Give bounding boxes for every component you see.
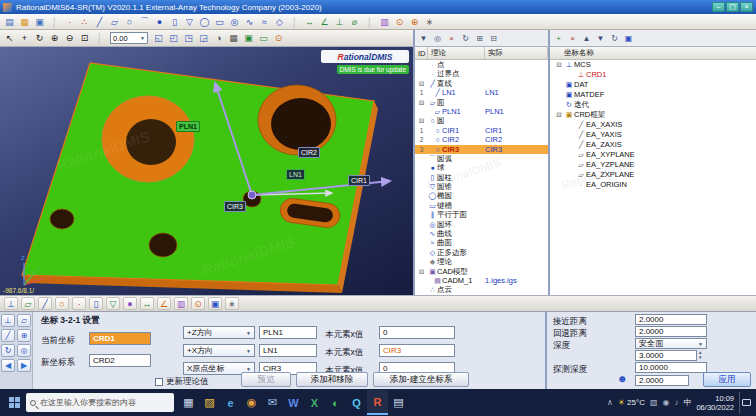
tab-plane-icon[interactable]: ▱ (21, 297, 35, 310)
z-direction-feature[interactable]: PLN1 (259, 326, 317, 339)
tree-expander[interactable]: ⊟ (415, 98, 428, 107)
tab-sphere-icon[interactable]: ● (123, 297, 137, 310)
view-front-icon[interactable]: ◱ (151, 32, 166, 45)
feature-tree-row[interactable]: 3 ○ CIR3 CIR3 (415, 145, 548, 154)
curve-feature-icon[interactable]: ∿ (242, 15, 257, 28)
polygon-feature-icon[interactable]: ◇ (272, 15, 287, 28)
zoom-out-icon[interactable]: ⊖ (62, 32, 77, 45)
update-nominal-checkbox[interactable]: 更新理论值 (155, 376, 209, 388)
tab-coordinate-icon[interactable]: ⊥ (4, 297, 18, 310)
tab-distance-icon[interactable]: ↔ (140, 297, 154, 310)
z-direction-select[interactable]: +Z方向▼ (183, 326, 255, 339)
wireframe-icon[interactable]: ▦ (226, 32, 241, 45)
align-plane-icon[interactable]: ▱ (17, 314, 31, 327)
coordinate-panel-title[interactable]: 坐标名称 (550, 48, 594, 58)
wechat-icon[interactable]: ◐ (325, 390, 346, 415)
weather-widget[interactable]: ☀25°C (618, 398, 645, 407)
feature-tree-row[interactable]: 1 ╱ LN1 LN1 (415, 88, 548, 97)
feature-label-cir2[interactable]: CIR2 (298, 147, 320, 158)
tree-expander[interactable]: 1 (415, 88, 428, 97)
notepad-icon[interactable]: ▤ (388, 390, 409, 415)
point-feature-icon[interactable]: ∙ (62, 15, 77, 28)
probe-icon[interactable]: ⊙ (392, 15, 407, 28)
clearance-plane-select[interactable]: 安全面▼ (635, 338, 707, 349)
coordinate-tree-row[interactable]: ▱ EA_ZXPLANE (550, 170, 756, 180)
tab-angle-icon[interactable]: ∠ (157, 297, 171, 310)
open-folder-icon[interactable]: ▦ (17, 15, 32, 28)
tab-circle-icon[interactable]: ○ (55, 297, 69, 310)
feature-label-pln1[interactable]: PLN1 (176, 121, 200, 132)
line-feature-icon[interactable]: ╱ (92, 15, 107, 28)
separator[interactable]: │ (287, 15, 302, 28)
view-iso-icon[interactable]: ◲ (196, 32, 211, 45)
ellipse-feature-icon[interactable]: ◯ (197, 15, 212, 28)
word-icon[interactable]: W (283, 390, 304, 415)
cone-feature-icon[interactable]: ▽ (182, 15, 197, 28)
coordinate-tree-row[interactable]: ▣ DAT (550, 80, 756, 90)
feature-tree-row[interactable]: ⊟ ○ 圆 (415, 116, 548, 125)
x-direction-select[interactable]: +X方向▼ (183, 344, 255, 357)
tab-point-icon[interactable]: ∙ (72, 297, 86, 310)
new-coord-field[interactable]: CRD2 (89, 354, 151, 367)
tree-expand-icon[interactable]: ⊞ (473, 32, 486, 44)
add-create-coord-button[interactable]: 添加-建立坐标系 (373, 372, 469, 387)
rationaldmis-icon[interactable]: R (367, 390, 388, 415)
coordinate-tree-row[interactable]: ↻ 迭代 (550, 100, 756, 110)
coordinate-tree-row[interactable]: ∙ EA_ORIGIN (550, 180, 756, 190)
zoom-fit-icon[interactable]: ⊡ (77, 32, 92, 45)
feature-tree-row[interactable]: ◯ 椭圆 (415, 191, 548, 200)
bluetooth-icon[interactable]: ◉ (662, 398, 669, 407)
spinner-arrows-icon[interactable]: ▲▼ (698, 351, 702, 360)
mail-icon[interactable]: ✉ (262, 390, 283, 415)
start-button[interactable] (2, 389, 26, 416)
volume-icon[interactable]: ♪ (674, 398, 678, 407)
cad-visibility-icon[interactable]: ▣ (241, 32, 256, 45)
tree-filter-icon[interactable]: ▼ (417, 32, 430, 44)
x-value-field[interactable]: CIR3 (379, 344, 455, 357)
slot-feature-icon[interactable]: ▭ (212, 15, 227, 28)
clock[interactable]: 10:09 06/30/2022 (696, 394, 734, 412)
tab-report-icon[interactable]: ▥ (174, 297, 188, 310)
feature-tree-row[interactable]: ∥ 平行于面 (415, 210, 548, 219)
shading-icon[interactable]: ◑ (211, 32, 226, 45)
feature-tree-row[interactable]: ◆ 理论 (415, 257, 548, 266)
feature-tree-row[interactable]: ⊟ ╱ 直线 (415, 79, 548, 88)
rotate-view-icon[interactable]: ↻ (32, 32, 47, 45)
diameter-tool-icon[interactable]: ⌀ (347, 15, 362, 28)
tree-expander[interactable]: 1 (415, 126, 428, 135)
feature-tree-row[interactable]: ◎ 圆环 (415, 220, 548, 229)
settings-icon[interactable]: ∗ (422, 15, 437, 28)
tree-expander[interactable]: 2 (415, 135, 428, 144)
edge-point-feature-icon[interactable]: ∴ (77, 15, 92, 28)
column-id[interactable]: ID (415, 47, 428, 59)
feature-tree-row[interactable]: ∴ 点云 (415, 285, 548, 294)
surface-feature-icon[interactable]: ≈ (257, 15, 272, 28)
tab-cylinder-icon[interactable]: ▯ (89, 297, 103, 310)
plane-feature-icon[interactable]: ▱ (107, 15, 122, 28)
feature-label-ln1[interactable]: LN1 (286, 169, 305, 180)
separator[interactable]: │ (92, 32, 107, 45)
feature-tree-row[interactable]: ◇ 正多边形 (415, 248, 548, 257)
tree-collapse-icon[interactable]: ⊟ (487, 32, 500, 44)
pan-icon[interactable]: + (17, 32, 32, 45)
next-icon[interactable]: ▶ (17, 359, 31, 372)
feature-label-cir3[interactable]: CIR3 (224, 201, 246, 212)
zoom-in-icon[interactable]: ⊕ (47, 32, 62, 45)
3d-viewport[interactable]: X Y Z RationalDMIS RationalDMIS Rational… (0, 47, 413, 295)
cylinder-feature-icon[interactable]: ▯ (167, 15, 182, 28)
column-actual[interactable]: 实际 (485, 47, 548, 59)
minimize-button[interactable]: – (712, 2, 725, 12)
tree-expander[interactable]: ⊟ (415, 79, 428, 88)
edge-icon[interactable]: e (220, 390, 241, 415)
tray-chevron-icon[interactable]: ∧ (607, 398, 613, 407)
feature-tree-row[interactable]: ● 球 (415, 163, 548, 172)
feature-tree-row[interactable]: ∿ 曲线 (415, 229, 548, 238)
separator[interactable]: │ (362, 15, 377, 28)
align-axis-icon[interactable]: ╱ (1, 329, 15, 342)
feature-tree-row[interactable]: ⌒ 圆弧 (415, 154, 548, 163)
tree-expander[interactable]: 3 (415, 145, 428, 154)
tree-expander[interactable]: ⊟ (415, 116, 428, 125)
feature-tree-row[interactable]: ⊟ ▱ 面 (415, 98, 548, 107)
new-file-icon[interactable]: ▤ (2, 15, 17, 28)
close-button[interactable]: × (740, 2, 753, 12)
